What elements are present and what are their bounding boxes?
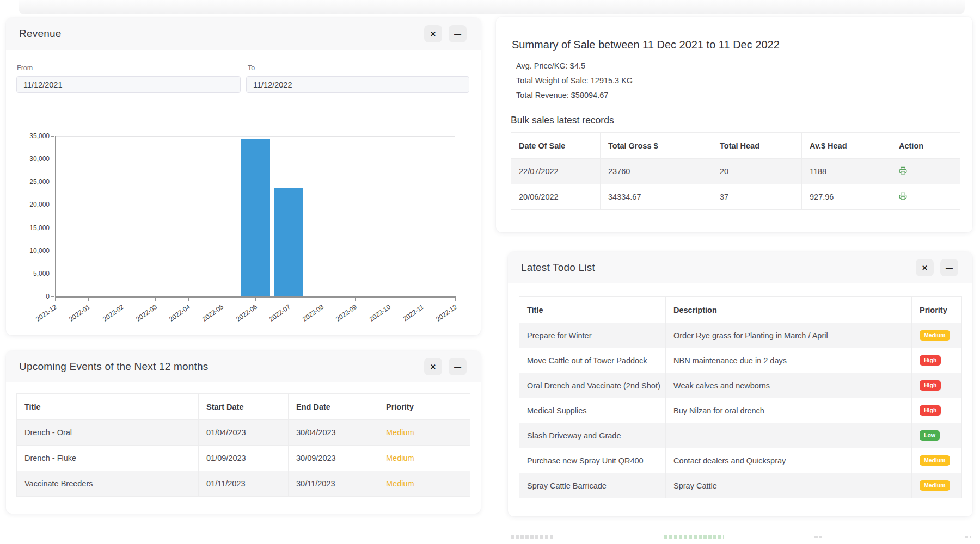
table-row: Spray Cattle BarricadeSpray CattleMedium	[519, 473, 962, 498]
x-axis-tick	[88, 298, 89, 301]
x-axis-tick	[422, 298, 422, 301]
cell: 01/04/2023	[199, 420, 289, 446]
cell: Buy Nilzan for oral drench	[666, 398, 912, 423]
cutoff-row-fragment	[511, 535, 554, 539]
x-axis-label: 2022-10	[356, 303, 392, 332]
cell: Drench - Oral	[17, 420, 199, 446]
window-controls: ✕ —	[916, 259, 958, 276]
column-header: Title	[17, 394, 199, 420]
printer-icon[interactable]	[899, 166, 907, 175]
cell: Weak calves and newborns	[666, 373, 912, 398]
x-axis-tick	[389, 298, 389, 301]
upcoming-events-panel: Upcoming Events of the Next 12 months ✕ …	[6, 351, 481, 514]
cell: NBN maintenance due in 2 days	[666, 348, 912, 373]
cell: Slash Driveway and Grade	[519, 423, 666, 448]
cell: Oral Drench and Vaccinate (2nd Shot)	[519, 373, 666, 398]
cell: Medium	[378, 471, 470, 497]
close-icon[interactable]: ✕	[424, 358, 442, 375]
bar	[273, 188, 304, 296]
x-axis-label: 2022-04	[155, 303, 192, 332]
x-axis-tick	[322, 298, 322, 301]
x-axis-label: 2022-09	[322, 303, 358, 332]
close-icon[interactable]: ✕	[916, 259, 934, 276]
y-axis-label: 15,000	[16, 224, 50, 232]
x-axis-label: 2022-05	[188, 303, 225, 332]
cell: Medium	[912, 448, 962, 473]
todo-table: TitleDescriptionPriorityPrepare for Wint…	[519, 296, 961, 498]
cell: Medium	[378, 420, 470, 446]
cell: Contact dealers and Quickspray	[666, 448, 912, 473]
cell: High	[912, 373, 962, 398]
priority-badge: High	[920, 405, 941, 416]
table-row: Prepare for WinterOrder Rye grass for Pl…	[519, 323, 962, 348]
cell: Purchase new Spray Unit QR400	[519, 448, 666, 473]
bulk-sales-table: Date Of SaleTotal Gross $Total HeadAv.$ …	[511, 132, 960, 210]
table-header-row: TitleStart DateEnd DatePriority	[17, 394, 470, 420]
cell: Drench - Fluke	[17, 446, 199, 471]
x-axis-label: 2021-12	[22, 303, 58, 332]
window-controls: ✕ —	[424, 358, 467, 375]
column-header: Av.$ Head	[802, 133, 891, 159]
column-header: Priority	[378, 394, 470, 420]
priority-text: Medium	[386, 428, 414, 437]
y-axis-tick	[51, 159, 54, 159]
x-axis-tick	[455, 298, 456, 301]
cell: 30/04/2023	[289, 420, 378, 446]
cell: 23760	[601, 159, 712, 184]
y-axis-tick	[51, 251, 54, 251]
table-row: Drench - Fluke01/09/202330/09/2023Medium	[17, 446, 470, 471]
y-axis-label: 0	[16, 293, 50, 300]
cell: High	[912, 348, 962, 373]
table-row: Vaccinate Breeders01/11/202330/11/2023Me…	[17, 471, 470, 497]
cell: 30/09/2023	[289, 446, 378, 471]
table-header-row: TitleDescriptionPriority	[519, 297, 962, 323]
todo-panel-header: Latest Todo List ✕ —	[508, 252, 972, 283]
cell: 22/07/2022	[511, 159, 601, 184]
x-axis-tick	[222, 298, 222, 301]
cell: Order Rye grass for Planting in March / …	[666, 323, 912, 348]
column-header: Total Head	[712, 133, 802, 159]
column-header: Priority	[912, 297, 962, 323]
cell: 20	[712, 159, 802, 184]
priority-badge: Medium	[920, 480, 950, 491]
cell	[666, 423, 912, 448]
y-axis-tick	[51, 228, 54, 228]
revenue-panel: Revenue ✕ — From To 05,00010,00015,00020…	[6, 18, 481, 335]
y-axis-tick	[51, 182, 54, 182]
y-axis-label: 30,000	[16, 155, 50, 163]
panel-title: Latest Todo List	[521, 262, 595, 274]
cell: 37	[712, 184, 802, 210]
cell: 34334.67	[601, 184, 712, 210]
events-table: TitleStart DateEnd DatePriorityDrench - …	[16, 393, 470, 497]
cell	[891, 184, 960, 210]
table-row: Drench - Oral01/04/202330/04/2023Medium	[17, 420, 470, 446]
x-axis-tick	[155, 298, 156, 301]
x-axis-tick	[289, 298, 289, 301]
x-axis-line	[55, 296, 456, 298]
sale-summary-panel: Summary of Sale between 11 Dec 2021 to 1…	[496, 17, 972, 232]
cell: Medium	[378, 446, 470, 471]
y-axis-label: 20,000	[16, 201, 50, 208]
column-header: Total Gross $	[601, 133, 712, 159]
priority-badge: High	[920, 380, 941, 391]
table-row: Move Cattle out of Tower PaddockNBN main…	[519, 348, 962, 373]
printer-icon[interactable]	[899, 192, 907, 200]
y-axis-tick	[51, 274, 54, 274]
x-axis-label: 2022-02	[89, 303, 125, 332]
cutoff-row-fragment	[664, 535, 724, 539]
priority-badge: High	[920, 355, 941, 366]
table-header-row: Date Of SaleTotal Gross $Total HeadAv.$ …	[511, 133, 960, 159]
cell: Low	[912, 423, 962, 448]
priority-text: Medium	[386, 454, 414, 462]
column-header: Action	[891, 133, 960, 159]
scrolled-panel-bottom-edge	[19, 0, 965, 14]
cutoff-row-fragment	[814, 536, 822, 538]
cell: Vaccinate Breeders	[17, 471, 199, 497]
priority-badge: Low	[920, 430, 940, 441]
minimize-icon[interactable]: —	[940, 259, 958, 276]
cell: High	[912, 398, 962, 423]
y-axis-label: 5,000	[16, 270, 50, 277]
y-axis-tick	[51, 205, 54, 205]
table-row: 22/07/202223760201188	[511, 159, 960, 184]
minimize-icon[interactable]: —	[449, 358, 467, 375]
